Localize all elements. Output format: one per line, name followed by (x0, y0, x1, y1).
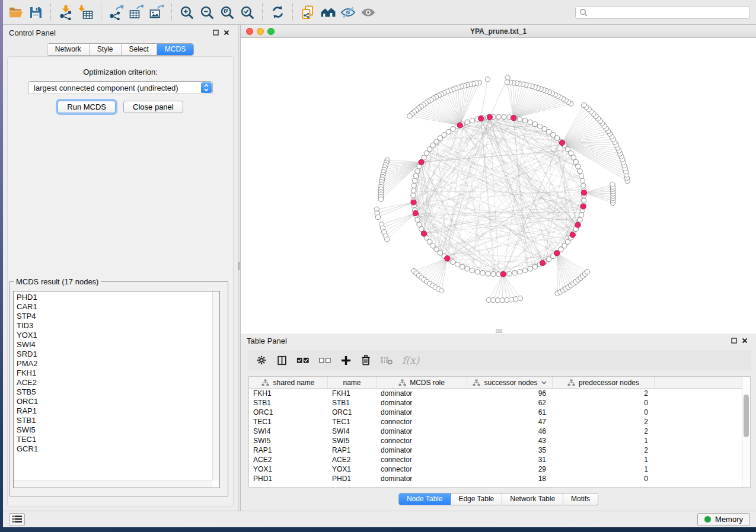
mcds-result-item[interactable]: ORC1 (17, 397, 219, 406)
close-window-icon[interactable] (246, 28, 253, 35)
export-network-button[interactable] (106, 3, 126, 22)
zoom-selected-button[interactable] (237, 3, 257, 22)
column-header-successor-nodes[interactable]: successor nodes (467, 377, 553, 388)
close-panel-button[interactable] (221, 30, 232, 36)
float-table-panel-button[interactable] (729, 338, 739, 344)
result-list-vscrollbar[interactable] (212, 291, 219, 480)
splitter-grip[interactable] (238, 262, 240, 270)
network-node (546, 129, 551, 134)
zoom-in-button[interactable] (177, 3, 197, 22)
column-header-shared-name[interactable]: shared name (249, 377, 328, 388)
network-window-titlebar[interactable]: YPA_prune.txt_1 (241, 25, 756, 38)
zoom-out-button[interactable] (197, 3, 217, 22)
run-mcds-button[interactable]: Run MCDS (58, 101, 116, 113)
minimize-window-icon[interactable] (257, 28, 264, 35)
table-settings-button[interactable] (256, 354, 267, 366)
add-column-button[interactable] (340, 355, 352, 366)
show-columns-button[interactable] (276, 355, 288, 366)
network-node (446, 129, 451, 134)
memory-button[interactable]: Memory (697, 513, 750, 526)
criterion-select[interactable]: largest connected component (undirected) (28, 81, 213, 94)
column-header-name[interactable]: name (328, 377, 377, 388)
table-row[interactable]: PHD1PHD1dominator180 (249, 474, 750, 483)
panel-menu-button[interactable] (9, 513, 25, 526)
cell-name: ACE2 (328, 456, 377, 464)
mcds-result-item[interactable]: STB1 (17, 416, 219, 425)
dominator-node (411, 200, 416, 205)
search-input[interactable] (591, 8, 746, 17)
mcds-result-item[interactable]: YOX1 (17, 331, 219, 340)
mcds-result-item[interactable]: RAP1 (17, 406, 219, 416)
mcds-result-item[interactable]: SWI4 (17, 340, 219, 350)
table-tab-motifs[interactable]: Motifs (563, 493, 598, 505)
save-session-button[interactable] (25, 3, 46, 22)
function-builder-button[interactable]: f(x) (402, 354, 419, 366)
canvas-splitter-grip[interactable] (496, 329, 502, 333)
close-table-panel-button[interactable] (739, 338, 750, 344)
hide-selected-button[interactable] (338, 3, 358, 22)
table-row[interactable]: SWI4SWI4dominator462 (249, 427, 750, 436)
table-row[interactable]: STB1STB1dominator620 (249, 398, 750, 408)
mcds-result-item[interactable]: PMA2 (17, 359, 219, 368)
table-row[interactable]: FKH1FKH1dominator962 (249, 389, 750, 398)
import-network-button[interactable] (56, 3, 76, 22)
show-all-button[interactable] (358, 3, 378, 22)
tab-style[interactable]: Style (90, 44, 122, 55)
houses-icon (320, 4, 336, 20)
select-all-button[interactable] (296, 355, 310, 365)
mcds-result-item[interactable]: PHD1 (17, 293, 219, 302)
column-header-predecessor-nodes[interactable]: predecessor nodes (553, 377, 655, 388)
table-tab-edge-table[interactable]: Edge Table (451, 493, 502, 505)
table-row[interactable]: ACE2ACE2connector311 (249, 455, 750, 464)
tab-select[interactable]: Select (122, 44, 157, 55)
close-panel-button-mcds[interactable]: Close panel (123, 101, 183, 113)
satellite-node (491, 298, 496, 303)
deselect-all-button[interactable] (318, 355, 331, 365)
delete-table-button[interactable] (380, 355, 393, 365)
refresh-view-button[interactable] (267, 3, 288, 22)
float-panel-button[interactable] (210, 30, 221, 36)
cell-name: SWI5 (328, 437, 377, 445)
mcds-result-item[interactable]: TID3 (17, 321, 219, 331)
dominator-node (570, 232, 575, 238)
maximize-window-icon[interactable] (267, 28, 275, 35)
mcds-result-item[interactable]: FKH1 (17, 368, 219, 378)
mcds-result-item[interactable]: CAR1 (17, 302, 219, 312)
result-list-hscrollbar[interactable] (14, 480, 212, 488)
table-row[interactable]: SWI5SWI5connector431 (249, 436, 750, 446)
table-vscrollbar[interactable] (742, 377, 750, 487)
export-table-button[interactable] (126, 3, 146, 22)
table-tab-network-table[interactable]: Network Table (502, 493, 563, 505)
mcds-result-item[interactable]: SWI5 (17, 425, 219, 435)
table-row[interactable]: RAP1RAP1dominator352 (249, 446, 750, 455)
mcds-result-item[interactable]: TEC1 (17, 435, 219, 444)
import-table-button[interactable] (76, 3, 96, 22)
first-neighbors-button[interactable] (318, 3, 338, 22)
unchecked-boxes-icon (318, 355, 331, 365)
mcds-result-item[interactable]: SRD1 (17, 350, 219, 359)
open-file-button[interactable] (5, 3, 25, 22)
clone-network-button[interactable] (298, 3, 318, 22)
tab-network[interactable]: Network (47, 44, 90, 55)
scrollbar-thumb[interactable] (744, 395, 749, 437)
table-tab-node-table[interactable]: Node Table (399, 493, 451, 505)
column-type-icon (473, 379, 480, 386)
mcds-result-item[interactable]: ACE2 (17, 378, 219, 387)
tab-mcds[interactable]: MCDS (157, 44, 193, 55)
mcds-result-item[interactable]: STB5 (17, 387, 219, 397)
optimization-criterion-label: Optimization criterion: (8, 68, 233, 76)
table-row[interactable]: TEC1TEC1connector472 (249, 417, 750, 427)
zoom-fit-button[interactable] (217, 3, 237, 22)
mcds-result-item[interactable]: GCR1 (17, 444, 219, 454)
table-row[interactable]: ORC1ORC1dominator610 (249, 408, 750, 417)
column-header-MCDS-role[interactable]: MCDS role (377, 377, 467, 388)
control-panel-title: Control Panel (9, 28, 210, 37)
mcds-result-item[interactable]: STP4 (17, 312, 219, 321)
export-image-button[interactable] (146, 3, 167, 22)
network-canvas[interactable] (241, 38, 756, 334)
delete-column-button[interactable] (361, 354, 371, 366)
cell-successor_nodes: 29 (467, 465, 553, 473)
table-row[interactable]: YOX1YOX1connector291 (249, 464, 750, 474)
dominator-node (487, 114, 492, 120)
network-nodes[interactable] (374, 75, 630, 303)
